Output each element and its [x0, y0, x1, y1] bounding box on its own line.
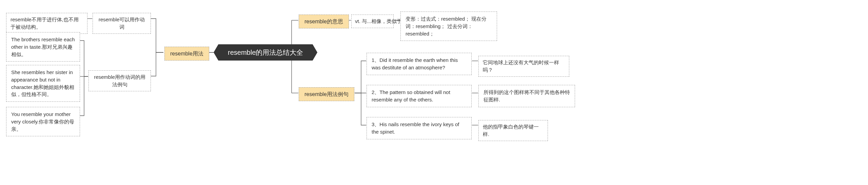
node-left-ex2-text: She resembles her sister in appearance b… [11, 69, 74, 97]
node-right-ex2-zh-text: 所得到的这个图样将不同于其他各种特征图样. [484, 89, 570, 102]
root-title: resemble的用法总结大全 [228, 48, 303, 57]
node-right-ex2-zh[interactable]: 所得到的这个图样将不同于其他各种特征图样. [478, 85, 575, 107]
node-left-ex3[interactable]: You resemble your mother very closely.你非… [6, 107, 80, 136]
node-verb[interactable]: resemble可以用作动词 [93, 13, 151, 34]
node-left-ex1-text: The brothers resemble each other in tast… [11, 37, 75, 57]
branch-usage-label: resemble用法 [170, 51, 203, 56]
node-left-ex1[interactable]: The brothers resemble each other in tast… [6, 32, 80, 62]
node-right-ex1-en[interactable]: 1、Did it resemble the earth when this wa… [367, 53, 472, 75]
node-right-ex1-zh-text: 它同地球上还没有大气的时候一样 吗？ [483, 60, 559, 73]
node-meaning-forms-text: 变形：过去式：resembled； 现在分词：resembling； 过去分词：… [406, 16, 487, 37]
node-verb-detail-text: resemble不用于进行体,也不用于被动结构。 [11, 17, 79, 30]
node-right-ex2-en-text: 2、The pattern so obtained will not resem… [372, 89, 450, 102]
node-meaning-forms[interactable]: 变形：过去式：resembled； 现在分词：resembling； 过去分词：… [400, 11, 497, 41]
branch-meaning[interactable]: resemble的意思 [299, 15, 349, 28]
node-meaning-def-text: vt. 与...相像，类似于 [355, 18, 402, 24]
node-right-ex3-zh[interactable]: 他的指甲象白色的琴键一样. [478, 120, 548, 141]
node-right-ex3-zh-text: 他的指甲象白色的琴键一样. [483, 124, 539, 137]
node-right-ex3-en-text: 3、His nails resemble the ivory keys of t… [372, 121, 459, 135]
node-right-ex3-en[interactable]: 3、His nails resemble the ivory keys of t… [367, 117, 472, 139]
node-right-ex2-en[interactable]: 2、The pattern so obtained will not resem… [367, 85, 472, 107]
branch-examples[interactable]: resemble用法例句 [299, 87, 354, 101]
node-verb-examples-label[interactable]: resemble用作动词的用法例句 [88, 70, 151, 91]
node-left-ex2[interactable]: She resembles her sister in appearance b… [6, 65, 80, 102]
node-verb-label: resemble可以用作动词 [99, 17, 145, 30]
branch-examples-label: resemble用法例句 [304, 91, 349, 97]
node-verb-examples-text: resemble用作动词的用法例句 [94, 74, 145, 87]
node-left-ex3-text: You resemble your mother very closely.你非… [11, 111, 74, 132]
node-right-ex1-en-text: 1、Did it resemble the earth when this wa… [372, 57, 458, 70]
root-node[interactable]: resemble的用法总结大全 [218, 44, 313, 61]
node-verb-detail[interactable]: resemble不用于进行体,也不用于被动结构。 [6, 13, 87, 34]
node-right-ex1-zh[interactable]: 它同地球上还没有大气的时候一样 吗？ [478, 56, 569, 77]
node-meaning-def[interactable]: vt. 与...相像，类似于 [351, 15, 394, 28]
branch-meaning-label: resemble的意思 [304, 19, 343, 24]
branch-usage[interactable]: resemble用法 [164, 47, 209, 61]
